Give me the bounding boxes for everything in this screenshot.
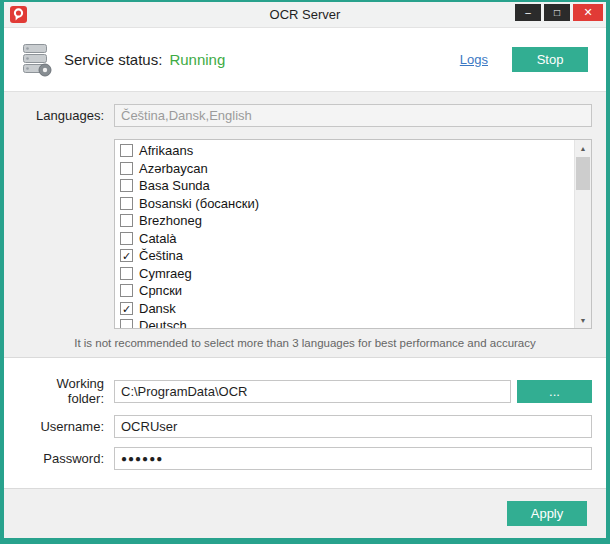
languages-summary-field (114, 104, 592, 127)
username-input[interactable] (114, 415, 592, 438)
working-folder-label: Working folder: (18, 376, 114, 406)
stop-button[interactable]: Stop (512, 47, 588, 72)
service-status-value: Running (169, 51, 225, 68)
password-input[interactable] (114, 447, 592, 470)
working-folder-input[interactable] (114, 380, 511, 403)
language-item-label: Čeština (139, 248, 183, 263)
language-item-label: Deutsch (139, 318, 187, 328)
close-button[interactable]: ✕ (573, 4, 603, 21)
password-label: Password: (18, 451, 114, 466)
languages-label: Languages: (18, 108, 114, 123)
window-controls: – □ ✕ (515, 4, 603, 21)
browse-button[interactable]: ... (517, 380, 592, 403)
language-list-scrollbar[interactable]: ▲ ▼ (574, 140, 591, 328)
checkbox-unchecked-icon[interactable] (120, 267, 133, 280)
logs-link[interactable]: Logs (460, 52, 488, 67)
language-item[interactable]: Afrikaans (118, 142, 574, 160)
language-item[interactable]: Català (118, 230, 574, 248)
language-item[interactable]: Cymraeg (118, 265, 574, 283)
maximize-button[interactable]: □ (544, 4, 570, 21)
language-list[interactable]: AfrikaansAzərbaycanBasa SundaBosanski (б… (114, 139, 592, 329)
service-status-label: Service status: (64, 51, 162, 68)
language-item[interactable]: ✓Dansk (118, 300, 574, 318)
checkbox-unchecked-icon[interactable] (120, 232, 133, 245)
scroll-up-icon[interactable]: ▲ (575, 140, 591, 156)
languages-panel: Languages: AfrikaansAzərbaycanBasa Sunda… (4, 92, 606, 358)
language-item-label: Bosanski (босански) (139, 196, 259, 211)
checkbox-unchecked-icon[interactable] (120, 179, 133, 192)
language-item-label: Brezhoneg (139, 213, 202, 228)
apply-button[interactable]: Apply (507, 501, 587, 526)
server-icon (22, 43, 52, 77)
checkbox-unchecked-icon[interactable] (120, 197, 133, 210)
checkbox-unchecked-icon[interactable] (120, 144, 133, 157)
username-label: Username: (18, 419, 114, 434)
language-item-label: Afrikaans (139, 143, 193, 158)
minimize-button[interactable]: – (515, 4, 541, 21)
language-item-label: Basa Sunda (139, 178, 210, 193)
language-item[interactable]: Српски (118, 282, 574, 300)
titlebar[interactable]: OCR Server – □ ✕ (4, 2, 606, 28)
language-list-rows: AfrikaansAzərbaycanBasa SundaBosanski (б… (115, 140, 574, 328)
footer-bar: Apply (4, 488, 606, 538)
scroll-down-icon[interactable]: ▼ (575, 312, 591, 328)
language-item[interactable]: Basa Sunda (118, 177, 574, 195)
language-item-label: Azərbaycan (139, 161, 208, 176)
language-item[interactable]: ✓Čeština (118, 247, 574, 265)
checkbox-checked-icon[interactable]: ✓ (120, 302, 133, 315)
ocr-server-window: OCR Server – □ ✕ (0, 0, 610, 544)
language-item[interactable]: Deutsch (118, 317, 574, 328)
checkbox-unchecked-icon[interactable] (120, 319, 133, 328)
settings-section: Working folder: ... Username: Password: (4, 358, 606, 488)
language-item-label: Català (139, 231, 177, 246)
scroll-thumb[interactable] (576, 157, 590, 190)
language-item-label: Cymraeg (139, 266, 192, 281)
checkbox-checked-icon[interactable]: ✓ (120, 249, 133, 262)
language-item[interactable]: Azərbaycan (118, 160, 574, 178)
language-item-label: Српски (139, 283, 182, 298)
checkbox-unchecked-icon[interactable] (120, 214, 133, 227)
language-item-label: Dansk (139, 301, 176, 316)
language-item[interactable]: Bosanski (босански) (118, 195, 574, 213)
checkbox-unchecked-icon[interactable] (120, 284, 133, 297)
service-status-bar: Service status: Running Logs Stop (4, 28, 606, 92)
language-item[interactable]: Brezhoneg (118, 212, 574, 230)
checkbox-unchecked-icon[interactable] (120, 162, 133, 175)
languages-note: It is not recommended to select more tha… (18, 337, 592, 349)
